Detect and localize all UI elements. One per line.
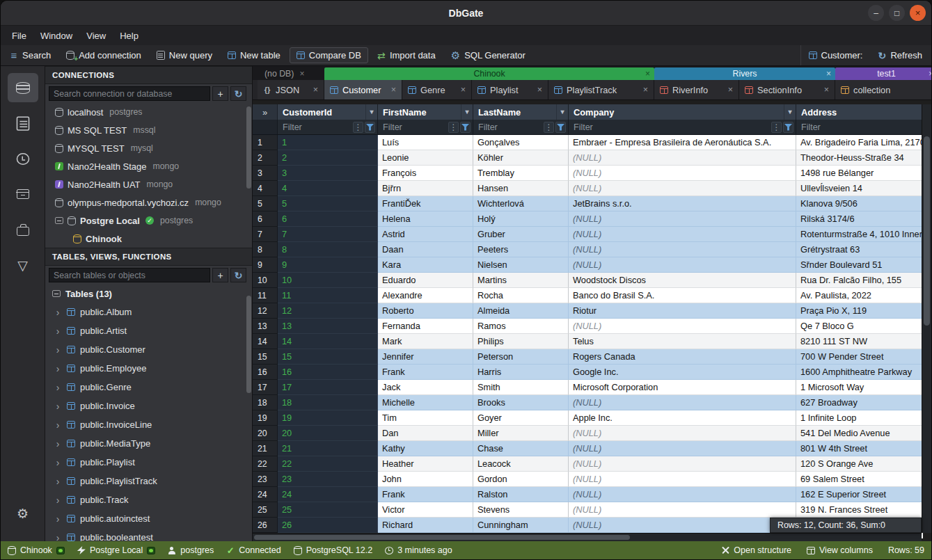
filter-funnel-button[interactable] <box>783 122 793 133</box>
add-table-plus-button[interactable]: + <box>212 268 228 282</box>
cell-company[interactable]: (NULL) <box>569 181 796 196</box>
toolbar-sql-generator-button[interactable]: ⚙SQL Generator <box>443 45 533 65</box>
tab-group-no-db[interactable]: (no DB)× <box>258 67 324 80</box>
cell-address[interactable]: 627 Broadway <box>796 395 923 410</box>
cell-address[interactable]: 1 Microsoft Way <box>796 380 923 395</box>
close-tab-icon[interactable]: × <box>391 85 396 95</box>
row-number-cell[interactable]: 6 <box>253 211 278 227</box>
sidebar-scrollbar-thumb-top[interactable] <box>246 106 251 189</box>
cell-address[interactable]: 801 W 4th Street <box>796 441 923 456</box>
cell-address[interactable]: 8210 111 ST NW <box>796 334 923 349</box>
table-item-public-booleantest[interactable]: ›public.booleantest <box>45 528 252 541</box>
cell-customerid[interactable]: 4 <box>278 181 378 196</box>
tab-group-rivers[interactable]: Rivers× <box>654 67 835 80</box>
database-item-chinook[interactable]: Chinook <box>45 230 252 248</box>
titlebar[interactable]: DbGate – □ × <box>1 1 931 26</box>
row-number-cell[interactable]: 16 <box>253 365 278 380</box>
refresh-connections-button[interactable]: ↻ <box>230 86 246 101</box>
cell-customerid[interactable]: 9 <box>278 257 378 273</box>
cell-firstname[interactable]: Frank <box>378 487 473 502</box>
status-open-structure[interactable]: Open structure <box>721 545 791 555</box>
cell-company[interactable]: (NULL) <box>569 150 796 166</box>
cell-firstname[interactable]: Daan <box>378 242 473 257</box>
table-item-public-mediatype[interactable]: ›public.MediaType <box>45 434 252 453</box>
cell-customerid[interactable]: 18 <box>278 395 378 410</box>
cell-customerid[interactable]: 16 <box>278 365 378 380</box>
cell-lastname[interactable]: Tremblay <box>473 166 569 181</box>
tables-group-row[interactable]: Tables (13) <box>45 285 252 303</box>
rail-connections[interactable] <box>8 73 38 102</box>
tab-customer[interactable]: Customer× <box>324 80 402 99</box>
cell-customerid[interactable]: 15 <box>278 349 378 365</box>
cell-company[interactable]: (NULL) <box>569 211 796 227</box>
tab-json[interactable]: {}JSON× <box>258 80 324 99</box>
table-item-public-employee[interactable]: ›public.Employee <box>45 359 252 378</box>
close-group-icon[interactable]: × <box>826 69 831 79</box>
tab-riverinfo[interactable]: RiverInfo× <box>654 80 739 99</box>
cell-lastname[interactable]: Brooks <box>473 395 569 410</box>
row-number-cell[interactable]: 13 <box>253 319 278 334</box>
cell-address[interactable]: 700 W Pender Street <box>796 349 923 365</box>
cell-company[interactable]: Apple Inc. <box>569 410 796 426</box>
cell-company[interactable]: (NULL) <box>569 227 796 242</box>
cell-address[interactable]: 1498 rue Bélanger <box>796 166 923 181</box>
cell-lastname[interactable]: Ralston <box>473 487 569 502</box>
filter-funnel-button[interactable] <box>555 122 566 133</box>
cell-customerid[interactable]: 24 <box>278 487 378 502</box>
cell-customerid[interactable]: 22 <box>278 456 378 472</box>
cell-lastname[interactable]: Gruber <box>473 227 569 242</box>
cell-address[interactable]: 541 Del Medio Avenue <box>796 426 923 441</box>
filter-input-customerid[interactable]: Filter⋮ <box>278 120 378 134</box>
close-tab-icon[interactable]: × <box>728 85 733 95</box>
cell-firstname[interactable]: Helena <box>378 211 473 227</box>
horizontal-scrollbar[interactable] <box>253 533 922 541</box>
cell-lastname[interactable]: Gordon <box>473 472 569 487</box>
cell-address[interactable]: Grétrystraat 63 <box>796 242 923 257</box>
toolbar-refresh-button[interactable]: ↻Refresh <box>870 45 930 65</box>
vertical-scrollbar-thumb[interactable] <box>924 136 930 326</box>
cell-firstname[interactable]: Richard <box>378 518 473 533</box>
rail-files[interactable] <box>8 109 38 138</box>
row-number-cell[interactable]: 4 <box>253 181 278 196</box>
cell-company[interactable]: Rogers Canada <box>569 349 796 365</box>
cell-company[interactable]: (NULL) <box>569 441 796 456</box>
cell-address[interactable]: Av. Brigadeiro Faria Lima, 2170 <box>796 135 923 150</box>
cell-company[interactable]: Embraer - Empresa Brasileira de Aeronáut… <box>569 135 796 150</box>
table-item-public-autoinctest[interactable]: ›public.autoinctest <box>45 509 252 528</box>
cell-firstname[interactable]: Bjřrn <box>378 181 473 196</box>
row-number-cell[interactable]: 21 <box>253 441 278 456</box>
cell-firstname[interactable]: Fernanda <box>378 319 473 334</box>
cell-company[interactable]: Google Inc. <box>569 365 796 380</box>
refresh-tables-button[interactable]: ↻ <box>230 268 246 282</box>
cell-firstname[interactable]: Alexandre <box>378 288 473 303</box>
cell-firstname[interactable]: Jack <box>378 380 473 395</box>
rail-plugins[interactable] <box>8 215 38 244</box>
cell-customerid[interactable]: 19 <box>278 410 378 426</box>
filter-menu-button[interactable]: ⋮ <box>544 122 554 133</box>
sidebar-scrollbar-thumb-bottom[interactable] <box>246 296 251 393</box>
filter-menu-button[interactable]: ⋮ <box>353 122 363 133</box>
row-number-cell[interactable]: 5 <box>253 196 278 211</box>
tab-group-chinook[interactable]: Chinook× <box>324 67 654 80</box>
column-dropdown-button[interactable]: ▾ <box>556 104 568 120</box>
cell-firstname[interactable]: Leonie <box>378 150 473 166</box>
cell-company[interactable]: (NULL) <box>569 487 796 502</box>
menu-item-file[interactable]: File <box>5 28 33 44</box>
filter-menu-button[interactable]: ⋮ <box>771 122 782 133</box>
cell-customerid[interactable]: 2 <box>278 150 378 166</box>
filter-input-address[interactable]: Filter <box>796 120 923 134</box>
cell-company[interactable]: Banco do Brasil S.A. <box>569 288 796 303</box>
cell-lastname[interactable]: Miller <box>473 426 569 441</box>
minimize-button[interactable]: – <box>868 5 884 21</box>
cell-firstname[interactable]: Frank <box>378 365 473 380</box>
cell-firstname[interactable]: Dan <box>378 426 473 441</box>
row-number-cell[interactable]: 10 <box>253 273 278 288</box>
toolbar-new-query-button[interactable]: New query <box>149 45 220 65</box>
close-tab-icon[interactable]: × <box>313 85 318 95</box>
cell-customerid[interactable]: 5 <box>278 196 378 211</box>
cell-lastname[interactable]: Ramos <box>473 319 569 334</box>
filter-input-lastname[interactable]: Filter⋮ <box>473 120 569 134</box>
cell-company[interactable]: Telus <box>569 334 796 349</box>
cell-address[interactable]: Av. Paulista, 2022 <box>796 288 923 303</box>
toolbar-new-table-button[interactable]: New table <box>220 45 288 65</box>
